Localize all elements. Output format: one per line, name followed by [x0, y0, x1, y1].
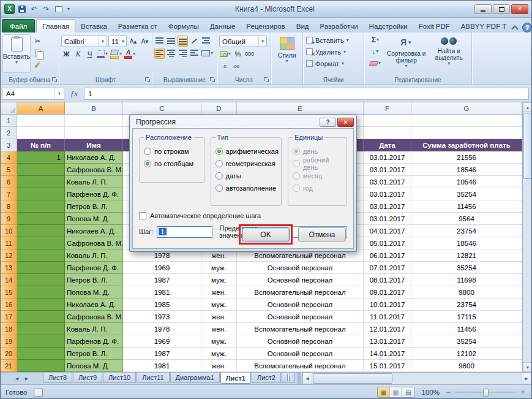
formula-input[interactable]: 1	[84, 88, 529, 100]
row-header-13[interactable]: 13	[1, 262, 17, 274]
cell-F7[interactable]: 03.01.2017	[364, 188, 411, 200]
sheet-tab-Лист10[interactable]: Лист10	[103, 373, 136, 383]
cell-E14[interactable]: Основной персонал	[237, 274, 364, 286]
cell-F8[interactable]: 03.01.2017	[364, 200, 411, 213]
cell-E13[interactable]: Основной персонал	[237, 262, 364, 274]
cell-G20[interactable]: 12102	[411, 348, 522, 360]
sheet-tab-Лист2[interactable]: Лист2	[252, 373, 281, 383]
ribbon-tab-Формулы[interactable]: Формулы	[163, 20, 204, 32]
row-header-3[interactable]: 3	[1, 139, 17, 151]
column-header-A[interactable]: A	[17, 102, 65, 114]
cell-D17[interactable]: жен.	[201, 311, 237, 323]
merge-center-button[interactable]: ▾	[201, 48, 214, 59]
cell-A4[interactable]: 1	[17, 151, 65, 164]
ribbon-tab-Надстройки[interactable]: Надстройки	[364, 20, 413, 32]
ribbon-tab-Данные[interactable]: Данные	[204, 20, 241, 32]
format-cells-button[interactable]: Формат ▾	[305, 58, 362, 69]
row-header-7[interactable]: 7	[1, 188, 17, 200]
row-header-9[interactable]: 9	[1, 213, 17, 225]
cell-F4[interactable]: 03.01.2017	[364, 151, 411, 164]
collapse-ribbon-icon[interactable]	[512, 26, 518, 29]
radio-option-геометрическая[interactable]: геометрическая	[215, 158, 279, 170]
chevron-down-icon[interactable]: ▾	[54, 88, 64, 99]
cell-G19[interactable]: 35254	[411, 335, 522, 348]
cell-B5[interactable]: Сафронова В. М.	[65, 164, 123, 176]
delete-cells-button[interactable]: Удалить ▾	[305, 46, 362, 58]
font-family-select[interactable]: Calibri ▾	[61, 36, 107, 47]
cell-B14[interactable]: Петров В. Л.	[65, 274, 123, 286]
align-middle-button[interactable]	[166, 36, 176, 47]
number-format-select[interactable]: Общий ▾	[219, 36, 267, 47]
cell-A10[interactable]	[17, 225, 65, 237]
cell-B13[interactable]: Парфенов Д. Ф.	[65, 262, 123, 274]
quick-table-button[interactable]	[53, 4, 64, 14]
cell-A19[interactable]	[17, 335, 65, 348]
row-header-1[interactable]: 1	[1, 115, 17, 127]
align-center-button[interactable]	[166, 48, 176, 59]
cell-E19[interactable]: Основной персонал	[237, 335, 364, 348]
cell-D18[interactable]: жен.	[201, 323, 237, 335]
autosum-button[interactable]: Σ▾	[366, 34, 384, 45]
insert-function-button[interactable]: ƒx	[66, 89, 82, 99]
column-header-F[interactable]: F	[364, 102, 411, 114]
select-all-corner[interactable]	[1, 102, 17, 114]
cell-A14[interactable]	[17, 274, 65, 286]
insert-sheet-button[interactable]	[282, 373, 295, 383]
step-input[interactable]: 1	[157, 226, 212, 238]
cell-A3[interactable]: № п/п	[17, 139, 65, 151]
fill-color-button[interactable]: ▾	[110, 48, 122, 59]
cell-B12[interactable]: Коваль Л. П.	[65, 249, 123, 262]
cell-B6[interactable]: Коваль Л. П.	[65, 176, 123, 188]
dialog-title-bar[interactable]: Прогрессия ? ×	[130, 115, 356, 128]
cell-B7[interactable]: Парфенов Д. Ф.	[65, 188, 123, 200]
cell-B18[interactable]: Коваль Л. П.	[65, 323, 123, 335]
ribbon-tab-ABBYY PDF T[interactable]: ABBYY PDF T	[455, 20, 512, 32]
thousands-button[interactable]: 000	[244, 48, 255, 59]
cell-A17[interactable]	[17, 311, 65, 323]
radio-option-арифметическая[interactable]: арифметическая	[215, 145, 279, 158]
cell-B21[interactable]: Попова М. Д.	[65, 360, 123, 372]
grow-font-button[interactable]: А▴	[128, 36, 138, 47]
sheet-tab-Лист1[interactable]: Лист1	[220, 373, 251, 384]
cell-B3[interactable]: Имя	[65, 139, 123, 151]
cell-C15[interactable]: 1981	[123, 286, 201, 298]
wrap-text-button[interactable]	[201, 36, 211, 47]
row-header-17[interactable]: 17	[1, 311, 17, 323]
cell-A9[interactable]	[17, 213, 65, 225]
cell-G2[interactable]	[411, 127, 522, 139]
sheet-tab-Лист11[interactable]: Лист11	[137, 373, 169, 383]
cell-G17[interactable]: 17115	[411, 311, 522, 323]
find-select-button[interactable]: Найти и выделить ▾	[428, 34, 470, 73]
cell-G9[interactable]: 9564	[411, 213, 522, 225]
align-left-button[interactable]	[154, 48, 165, 59]
cell-D13[interactable]: муж.	[201, 262, 237, 274]
cell-F21[interactable]: 15.01.2017	[364, 360, 411, 372]
first-sheet-button[interactable]	[2, 374, 12, 383]
paste-button[interactable]: Вставить ▾	[2, 34, 31, 73]
borders-button[interactable]: ▾	[96, 48, 108, 59]
copy-button[interactable]	[32, 47, 43, 58]
sheet-tab-Лист9[interactable]: Лист9	[73, 373, 102, 383]
sheet-tab-Диаграмма1[interactable]: Диаграмма1	[170, 373, 220, 383]
format-painter-button[interactable]	[32, 59, 43, 70]
scroll-left-button[interactable]: ◀	[302, 373, 312, 384]
zoom-in-button[interactable]: +	[519, 388, 526, 397]
zoom-slider-track[interactable]	[455, 392, 516, 393]
percent-button[interactable]: %	[233, 48, 243, 59]
cell-F3[interactable]: Дата	[364, 139, 411, 151]
cell-F17[interactable]: 11.01.2017	[364, 311, 411, 323]
cell-B9[interactable]: Попова М. Д.	[65, 213, 123, 225]
cell-F12[interactable]: 06.01.2017	[364, 249, 411, 262]
zoom-out-button[interactable]: −	[444, 388, 452, 397]
radio-option-автозаполнение[interactable]: автозаполнение	[215, 182, 279, 194]
row-header-21[interactable]: 21	[1, 360, 17, 372]
horizontal-scrollbar-thumb[interactable]	[313, 373, 392, 384]
align-top-button[interactable]	[154, 36, 165, 47]
cell-D19[interactable]: муж.	[201, 335, 237, 348]
cell-B19[interactable]: Парфенов Д. Ф.	[65, 335, 123, 348]
align-right-button[interactable]	[178, 48, 188, 59]
dialog-close-button[interactable]: ×	[337, 118, 354, 127]
cell-A11[interactable]	[17, 237, 65, 249]
undo-button[interactable]: ↶	[29, 4, 39, 14]
row-header-12[interactable]: 12	[1, 249, 17, 262]
